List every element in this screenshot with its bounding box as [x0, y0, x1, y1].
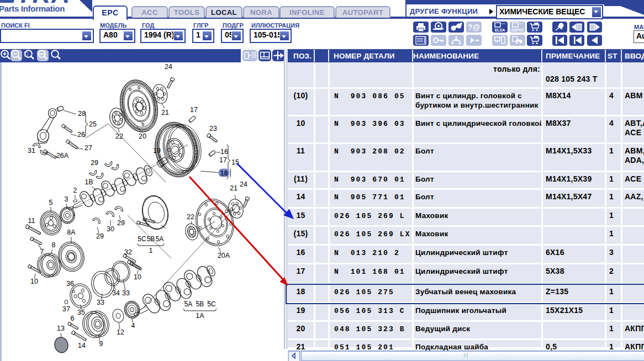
svg-text:?@: ?@	[468, 23, 480, 31]
svg-text:DEPOT: DEPOT	[511, 28, 524, 32]
svg-text:ELSA: ELSA	[495, 28, 505, 32]
